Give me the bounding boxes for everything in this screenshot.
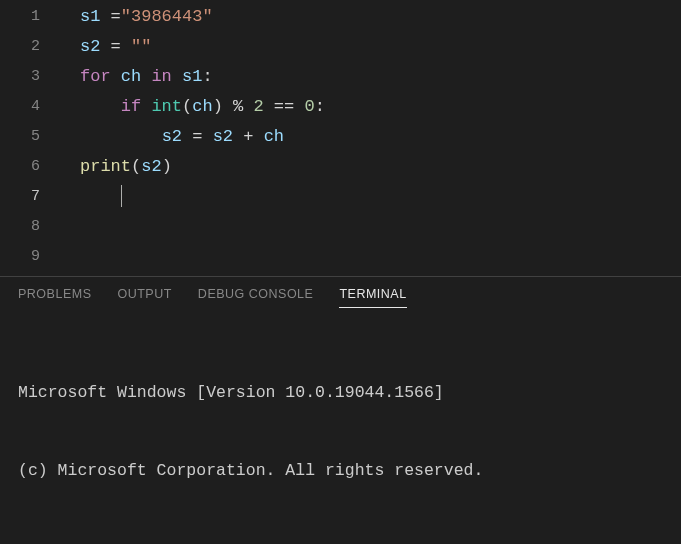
tab-terminal[interactable]: TERMINAL: [339, 287, 406, 308]
code-line[interactable]: [80, 212, 681, 242]
line-number: 1: [0, 2, 58, 32]
line-number: 7: [0, 182, 58, 212]
code-line[interactable]: [80, 242, 681, 272]
code-line[interactable]: [80, 182, 681, 212]
tab-problems[interactable]: PROBLEMS: [18, 287, 91, 308]
line-number: 8: [0, 212, 58, 242]
panel-tabs: PROBLEMS OUTPUT DEBUG CONSOLE TERMINAL: [0, 277, 681, 316]
code-line[interactable]: for ch in s1:: [80, 62, 681, 92]
code-line[interactable]: s2 = "": [80, 32, 681, 62]
line-number: 5: [0, 122, 58, 152]
terminal-output[interactable]: Microsoft Windows [Version 10.0.19044.15…: [0, 316, 681, 544]
terminal-line: Microsoft Windows [Version 10.0.19044.15…: [18, 380, 663, 406]
line-number: 2: [0, 32, 58, 62]
code-content[interactable]: s1 ="3986443"s2 = ""for ch in s1: if int…: [58, 0, 681, 276]
line-number-gutter: 123456789: [0, 0, 58, 276]
code-line[interactable]: s1 ="3986443": [80, 2, 681, 32]
line-number: 3: [0, 62, 58, 92]
tab-output[interactable]: OUTPUT: [117, 287, 171, 308]
code-line[interactable]: s2 = s2 + ch: [80, 122, 681, 152]
line-number: 9: [0, 242, 58, 272]
code-line[interactable]: if int(ch) % 2 == 0:: [80, 92, 681, 122]
line-number: 4: [0, 92, 58, 122]
text-cursor: [121, 185, 122, 207]
tab-debug-console[interactable]: DEBUG CONSOLE: [198, 287, 314, 308]
code-editor[interactable]: 123456789 s1 ="3986443"s2 = ""for ch in …: [0, 0, 681, 276]
bottom-panel: PROBLEMS OUTPUT DEBUG CONSOLE TERMINAL M…: [0, 276, 681, 544]
code-line[interactable]: print(s2): [80, 152, 681, 182]
terminal-line: (c) Microsoft Corporation. All rights re…: [18, 458, 663, 484]
line-number: 6: [0, 152, 58, 182]
